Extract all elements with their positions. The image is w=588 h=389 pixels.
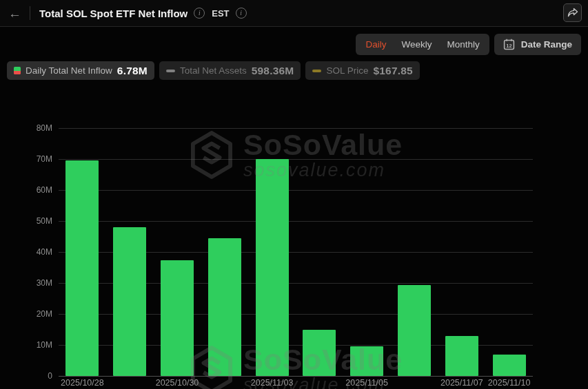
dash-icon	[166, 70, 175, 72]
x-axis-tick-label: 2025/11/10	[488, 378, 531, 388]
bar-2025/11/07[interactable]	[445, 336, 478, 376]
date-range-label: Date Range	[521, 39, 572, 50]
bar-2025/10/30[interactable]	[161, 260, 194, 376]
bar-2025/11/04[interactable]	[303, 330, 336, 376]
bar-2025/10/31[interactable]	[208, 238, 241, 376]
y-axis-tick-label: 0	[0, 370, 52, 381]
info-icon[interactable]: i	[194, 8, 205, 19]
share-button[interactable]	[563, 3, 582, 22]
calendar-icon: 12	[503, 39, 515, 50]
y-axis-tick-label: 60M	[0, 185, 52, 196]
bar-2025/11/03[interactable]	[256, 159, 289, 376]
header-divider	[30, 6, 30, 20]
timezone-label: EST	[212, 8, 229, 19]
date-range-button[interactable]: 12 Date Range	[494, 34, 581, 55]
x-axis-tick-label: 2025/11/07	[440, 378, 483, 388]
bar-2025/11/05[interactable]	[350, 346, 383, 376]
x-axis-tick-label: 2025/11/05	[345, 378, 388, 388]
y-axis-tick-label: 70M	[0, 154, 52, 165]
gridline	[59, 190, 533, 191]
x-axis-line	[59, 376, 533, 377]
app-window: ← Total SOL Spot ETF Net Inflow i EST i …	[0, 0, 588, 389]
y-axis-tick-label: 50M	[0, 215, 52, 227]
legend-item-total-net-assets[interactable]: Total Net Assets598.36M	[159, 61, 301, 80]
legend-label: SOL Price	[326, 65, 368, 76]
bar-2025/11/10[interactable]	[493, 355, 526, 376]
y-axis-tick-label: 20M	[0, 308, 52, 319]
x-axis-tick-label: 2025/10/28	[61, 378, 104, 388]
share-icon	[567, 8, 578, 18]
sosovalue-logo-icon	[190, 130, 233, 180]
page-title: Total SOL Spot ETF Net Inflow	[39, 8, 187, 19]
candle-icon	[14, 67, 21, 74]
y-axis-tick-label: 30M	[0, 277, 52, 288]
chart-area: SoSoValue sosovalue.com SoSoValue sosova…	[0, 90, 588, 389]
legend-item-sol-price[interactable]: SOL Price$167.85	[305, 61, 419, 80]
info-icon[interactable]: i	[236, 8, 247, 19]
tab-daily[interactable]: Daily	[365, 39, 386, 50]
watermark: SoSoValue sosovalue.com	[190, 129, 403, 180]
x-axis-tick-label: 2025/11/03	[251, 378, 294, 388]
back-arrow-icon[interactable]: ←	[8, 7, 21, 20]
legend-value: 6.78M	[117, 65, 148, 77]
svg-text:12: 12	[506, 43, 511, 49]
gridline	[59, 128, 533, 129]
candle-down-half	[14, 71, 21, 75]
legend: Daily Total Net Inflow6.78MTotal Net Ass…	[7, 61, 420, 80]
bar-2025/10/28[interactable]	[65, 160, 99, 376]
legend-item-daily-total-net-inflow[interactable]: Daily Total Net Inflow6.78M	[7, 61, 154, 80]
view-tabs: DailyWeeklyMonthly	[356, 34, 489, 55]
x-axis-tick-label: 2025/10/30	[156, 378, 199, 388]
toolbar: DailyWeeklyMonthly 12 Date Range	[356, 34, 581, 55]
gridline	[59, 221, 533, 222]
y-axis-tick-label: 10M	[0, 339, 52, 350]
bar-2025/10/29[interactable]	[113, 227, 146, 376]
tab-monthly[interactable]: Monthly	[447, 39, 479, 50]
header: ← Total SOL Spot ETF Net Inflow i EST i	[0, 0, 588, 27]
dash-icon	[312, 70, 321, 72]
watermark-brand: SoSoValue	[243, 129, 403, 160]
gridline	[59, 159, 533, 160]
legend-value: $167.85	[373, 65, 412, 77]
y-axis-tick-label: 80M	[0, 123, 52, 134]
legend-value: 598.36M	[252, 65, 294, 77]
legend-label: Daily Total Net Inflow	[26, 65, 112, 76]
legend-label: Total Net Assets	[180, 65, 247, 76]
bar-2025/11/06[interactable]	[398, 285, 431, 376]
tab-weekly[interactable]: Weekly	[401, 39, 432, 50]
y-axis-tick-label: 40M	[0, 246, 52, 257]
